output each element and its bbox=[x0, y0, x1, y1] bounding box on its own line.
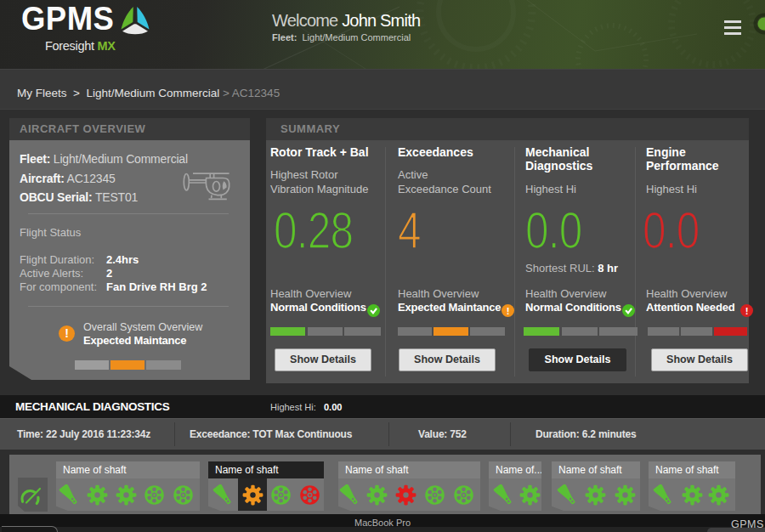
svg-text:!: ! bbox=[507, 305, 510, 315]
svg-text:!: ! bbox=[745, 305, 749, 315]
